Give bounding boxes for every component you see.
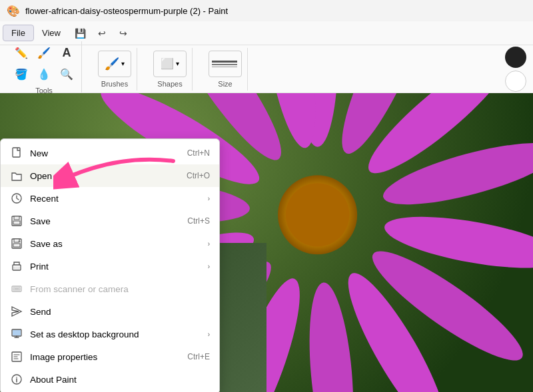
shapes-label: Shapes [157,80,182,88]
size-label: Size [218,80,232,88]
size-group: Size [203,48,248,91]
save-shortcut: Ctrl+S [187,216,210,226]
print-arrow: › [208,263,210,270]
new-label: New [30,148,181,158]
saveas-arrow: › [208,240,210,248]
menu-item-about[interactable]: About Paint [1,368,219,391]
recent-icon [10,192,23,205]
recent-arrow: › [208,195,210,202]
window-title: flower-african-daisy-osteospermum-purple… [25,6,228,16]
text-icon[interactable]: A [57,44,76,63]
shapes-group: ⬜ ▾ Shapes [148,48,193,91]
shapes-dropdown-icon[interactable]: ⬜ ▾ [153,51,187,77]
svg-rect-23 [13,221,20,224]
svg-rect-29 [14,267,19,269]
scanner-icon [10,282,23,295]
undo-icon-btn[interactable]: ↩ [93,24,111,43]
print-label: Print [30,262,201,272]
save-menu-icon [10,214,23,228]
svg-rect-19 [13,148,20,157]
secondary-color-swatch[interactable] [505,71,526,92]
properties-shortcut: Ctrl+E [187,352,210,361]
open-icon [10,169,23,182]
menu-item-desktop[interactable]: Set as desktop background › [1,323,219,345]
menu-item-send[interactable]: Send [1,300,219,323]
print-icon [10,260,23,273]
open-shortcut: Ctrl+O [187,171,210,180]
primary-color-swatch[interactable] [505,47,526,68]
recent-label: Recent [30,194,201,204]
svg-rect-26 [13,244,20,247]
about-icon [10,373,23,386]
about-label: About Paint [30,375,210,385]
app-icon: 🎨 [7,5,20,17]
svg-rect-22 [14,216,19,220]
menu-item-save[interactable]: Save Ctrl+S [1,210,219,232]
menu-item-scanner: From scanner or camera [1,278,219,300]
brushes-group: 🖌️ ▾ Brushes [93,48,137,91]
menu-toolbar-icons: 💾 ↩ ↪ [71,24,133,43]
title-bar: 🎨 flower-african-daisy-osteospermum-purp… [0,0,533,21]
svg-text:+: + [18,239,21,244]
scanner-label: From scanner or camera [30,284,210,294]
svg-point-36 [16,377,17,378]
menu-file[interactable]: File [3,25,34,41]
menu-item-saveas[interactable]: + Save as › [1,232,219,255]
menu-item-recent[interactable]: Recent › [1,187,219,210]
fill-icon[interactable]: 🪣 [12,65,31,84]
desktop-arrow: › [208,331,210,338]
menu-item-new[interactable]: New Ctrl+N [1,142,219,164]
tools-row: ✏️ 🖌️ A [12,44,76,63]
desktop-label: Set as desktop background [30,329,201,339]
brush-icon[interactable]: 🖌️ [35,44,53,63]
new-shortcut: Ctrl+N [187,148,210,158]
brushes-dropdown-icon[interactable]: 🖌️ ▾ [98,51,131,77]
menu-view[interactable]: View [34,25,69,41]
open-label: Open [30,171,180,181]
redo-icon-btn[interactable]: ↪ [114,24,133,43]
send-icon [10,305,23,318]
saveas-icon: + [10,237,23,250]
save-label: Save [30,216,181,226]
new-icon [10,146,23,160]
properties-label: Image properties [30,352,181,362]
brushes-label: Brushes [101,80,128,88]
menu-item-properties[interactable]: Image properties Ctrl+E [1,345,219,368]
menu-item-open[interactable]: Open Ctrl+O [1,164,219,187]
saveas-label: Save as [30,239,201,249]
eyedropper-icon[interactable]: 💧 [35,65,53,84]
size-dropdown-icon[interactable] [209,51,242,77]
pencil-icon[interactable]: ✏️ [12,44,31,63]
svg-point-18 [286,183,349,246]
main-content: New Ctrl+N Open Ctrl+O Recent › Save Ctr… [0,93,533,392]
tools-row2: 🪣 💧 🔍 [12,65,76,84]
menu-item-print[interactable]: Print › [1,255,219,278]
file-menu: New Ctrl+N Open Ctrl+O Recent › Save Ctr… [0,138,220,392]
toolbar: ✏️ 🖌️ A 🪣 💧 🔍 Tools 🖌️ ▾ Brushes ⬜ ▾ Sha… [0,45,533,93]
properties-icon [10,350,23,363]
desktop-icon [10,327,23,341]
svg-rect-33 [13,330,21,335]
save-icon-btn[interactable]: 💾 [71,24,90,43]
send-label: Send [30,307,210,317]
tools-group: ✏️ 🖌️ A 🪣 💧 🔍 Tools [7,41,82,97]
zoom-icon[interactable]: 🔍 [57,65,76,84]
color-group [505,47,526,92]
